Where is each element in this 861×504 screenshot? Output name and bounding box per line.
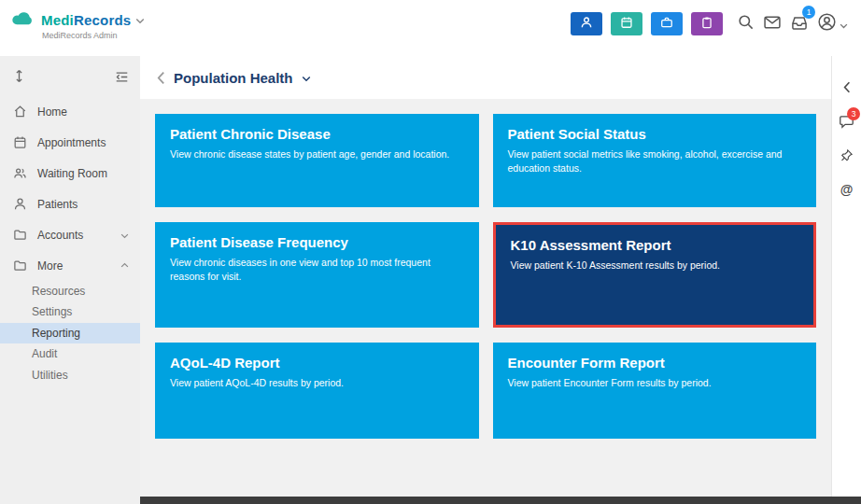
app-window: MediRecords MediRecords Admin [0, 0, 861, 504]
at-mention-icon: @ [840, 182, 854, 197]
pin-icon [840, 148, 854, 166]
card-title: Encounter Form Report [508, 355, 802, 371]
card-patient-chronic-disease[interactable]: Patient Chronic Disease View chronic dis… [155, 114, 479, 207]
sidebar-subitem-audit[interactable]: Audit [0, 343, 140, 364]
card-description: View patient social metrics like smoking… [508, 147, 802, 175]
sidebar-subitem-utilities[interactable]: Utilities [0, 365, 140, 385]
sidebar-item-label: Waiting Room [37, 167, 107, 180]
cloud-logo-icon [9, 9, 36, 30]
folder-icon [13, 228, 27, 242]
collapse-sidebar-icon[interactable] [115, 70, 129, 87]
person-icon [580, 16, 593, 32]
card-description: View patient AQoL-4D results by period. [170, 376, 464, 390]
home-icon [13, 105, 27, 119]
card-title: Patient Disease Frequency [170, 234, 464, 250]
card-description: View chronic disease states by patient a… [170, 147, 464, 161]
sidebar-item-patients[interactable]: Patients [0, 189, 140, 219]
inbox-badge: 1 [802, 6, 815, 19]
quick-add-task-button[interactable] [691, 12, 723, 35]
sidebar-item-label: Home [37, 105, 67, 119]
quick-add-case-button[interactable] [651, 12, 683, 35]
sidebar-item-appointments[interactable]: Appointments [0, 127, 140, 158]
card-title: Patient Chronic Disease [170, 126, 464, 142]
pin-button[interactable] [840, 148, 854, 166]
report-card-grid: Patient Chronic Disease View chronic dis… [140, 99, 831, 504]
topbar: MediRecords MediRecords Admin [0, 0, 861, 56]
card-patient-disease-frequency[interactable]: Patient Disease Frequency View chronic d… [155, 222, 479, 328]
sidebar-subitem-settings[interactable]: Settings [0, 301, 140, 322]
chat-button[interactable]: 3 [839, 113, 854, 133]
sidebar-item-label: More [37, 259, 63, 273]
back-chevron-icon[interactable] [157, 71, 165, 85]
card-encounter-form-report[interactable]: Encounter Form Report View patient Encou… [493, 343, 817, 439]
card-title: Patient Social Status [508, 126, 802, 142]
sidebar-subitem-resources[interactable]: Resources [0, 281, 140, 301]
chevron-down-icon [135, 11, 145, 28]
brand-name: MediRecords [41, 12, 131, 28]
at-mention-button[interactable]: @ [840, 182, 854, 197]
sidebar-item-label: Patients [37, 198, 78, 211]
page-title[interactable]: Population Health [174, 70, 293, 86]
card-patient-social-status[interactable]: Patient Social Status View patient socia… [493, 114, 817, 207]
chat-badge: 3 [847, 107, 860, 120]
sidebar-item-more[interactable]: More [0, 250, 140, 281]
mail-icon [763, 13, 782, 35]
right-rail: 3 @ [831, 56, 861, 504]
calendar-icon [620, 16, 633, 32]
card-title: K10 Assessment Report [511, 237, 799, 253]
chevron-left-icon [843, 80, 851, 97]
brand-subtitle: MediRecords Admin [42, 31, 145, 40]
briefcase-icon [660, 16, 673, 32]
profile-icon [817, 12, 837, 35]
search-button[interactable] [737, 13, 755, 35]
card-title: AQoL-4D Report [170, 355, 464, 371]
expand-panel-button[interactable] [843, 80, 851, 97]
topbar-actions: 1 [571, 12, 848, 35]
brand-menu[interactable]: MediRecords MediRecords Admin [9, 9, 145, 40]
card-aqol-4d-report[interactable]: AQoL-4D Report View patient AQoL-4D resu… [155, 343, 479, 439]
folder-icon [13, 259, 27, 273]
sidebar-subitem-reporting[interactable]: Reporting [0, 323, 140, 343]
chevron-down-icon [120, 229, 129, 242]
sidebar: Home Appointments Waiting Room Patients [0, 56, 140, 504]
card-description: View chronic diseases in one view and to… [170, 256, 464, 283]
sidebar-item-home[interactable]: Home [0, 96, 140, 127]
sidebar-item-label: Appointments [37, 136, 106, 149]
sidebar-item-accounts[interactable]: Accounts [0, 219, 140, 250]
profile-menu-button[interactable] [817, 12, 848, 35]
search-icon [737, 13, 755, 35]
sidebar-item-label: Accounts [37, 229, 83, 242]
sidebar-item-waiting-room[interactable]: Waiting Room [0, 158, 140, 189]
people-icon [13, 166, 27, 180]
messages-button[interactable] [763, 13, 782, 35]
main-area: Population Health Patient Chronic Diseas… [140, 56, 831, 504]
chevron-down-icon [840, 16, 848, 33]
card-k10-assessment-report[interactable]: K10 Assessment Report View patient K-10 … [493, 222, 817, 328]
clipboard-icon [700, 16, 713, 32]
horizontal-scrollbar[interactable] [140, 497, 861, 504]
chevron-up-icon [120, 259, 129, 273]
inbox-button[interactable]: 1 [790, 13, 809, 35]
quick-add-patient-button[interactable] [571, 12, 602, 35]
page-header: Population Health [140, 56, 831, 99]
person-icon [13, 197, 27, 211]
chevron-down-icon[interactable] [302, 69, 311, 86]
resize-sidebar-icon[interactable] [13, 69, 25, 87]
card-description: View patient K-10 Assessment results by … [511, 259, 799, 273]
quick-add-appointment-button[interactable] [611, 12, 642, 35]
calendar-icon [13, 135, 27, 149]
card-description: View patient Encounter Form results by p… [508, 376, 802, 390]
